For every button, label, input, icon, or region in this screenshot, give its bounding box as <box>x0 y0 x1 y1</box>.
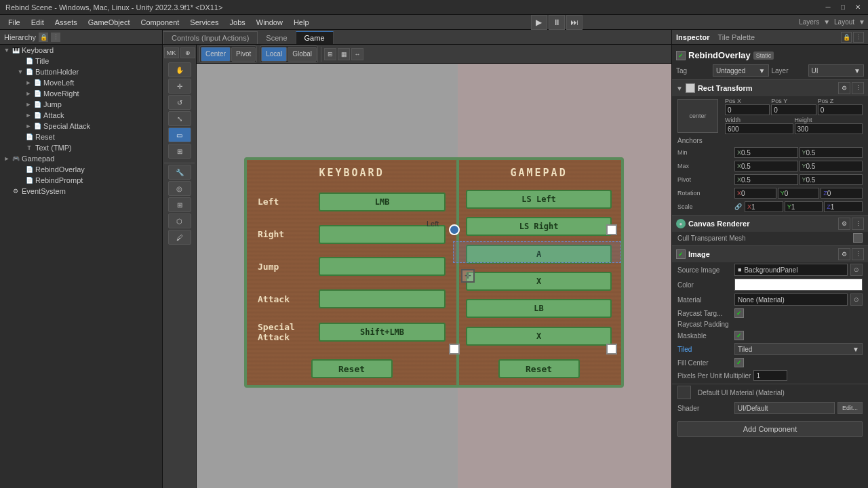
center-btn[interactable]: Center <box>201 47 231 62</box>
menu-gameobject[interactable]: GameObject <box>83 17 136 28</box>
handle-tr[interactable] <box>606 224 617 235</box>
h-item-rebindprompt[interactable]: 📄 RebindPrompt <box>0 175 162 186</box>
tool-rect[interactable]: ▭ <box>168 127 191 142</box>
raycast-checkbox[interactable]: ✓ <box>734 308 744 318</box>
step-button[interactable]: ⏭ <box>566 15 583 30</box>
img-settings-btn[interactable]: ⚙ <box>838 248 850 260</box>
rt-menu-btn[interactable]: ⋮ <box>852 82 864 94</box>
tool-scale[interactable]: ⤡ <box>168 111 191 126</box>
play-button[interactable]: ▶ <box>531 15 547 30</box>
tool-extra1[interactable]: ⬡ <box>168 214 191 228</box>
binding-attack[interactable] <box>319 289 446 308</box>
img-menu-btn[interactable]: ⋮ <box>852 248 864 260</box>
h-item-moveright[interactable]: ► 📄 MoveRight <box>0 88 162 99</box>
canvas-renderer-header[interactable]: ● Canvas Renderer ⚙ ⋮ <box>672 216 868 232</box>
tool-extra2[interactable]: 🖊 <box>168 230 191 245</box>
shader-edit-btn[interactable]: Edit... <box>837 402 863 414</box>
local-btn[interactable]: Local <box>261 47 287 62</box>
layout-dropdown[interactable]: ▼ <box>823 18 830 26</box>
inspector-menu-btn[interactable]: ⋮ <box>853 32 864 43</box>
tool-move[interactable]: ✛ <box>168 79 191 94</box>
h-item-gamepad[interactable]: ► 🎮 Gamepad <box>0 153 162 164</box>
shader-dropdown[interactable]: UI/Default <box>734 402 835 414</box>
hierarchy-lock-btn[interactable]: 🔒 <box>39 33 48 42</box>
gp-btn-x2[interactable]: X <box>466 327 612 346</box>
h-item-attack[interactable]: ► 📄 Attack <box>0 110 162 121</box>
h-item-keyboard[interactable]: ▼ 🎹 Keyboard <box>0 45 162 56</box>
tab-scene[interactable]: Scene <box>258 32 295 44</box>
source-image-val[interactable]: ■ BackgroundPanel <box>734 264 848 276</box>
tool-transform[interactable]: ⊞ <box>168 144 191 159</box>
tab-controls[interactable]: Controls (Input Actions) <box>163 31 258 44</box>
h-item-reset[interactable]: 📄 Reset <box>0 131 162 142</box>
close-btn[interactable]: ✕ <box>853 3 863 12</box>
inspector-lock-btn[interactable]: 🔒 <box>841 32 852 43</box>
h-item-jump[interactable]: ► 📄 Jump <box>0 99 162 110</box>
layout-dropdown2[interactable]: ▼ <box>859 18 865 26</box>
h-item-buttonholder[interactable]: ▼ 📄 ButtonHolder <box>0 66 162 77</box>
tile-palette-tab[interactable]: Tile Palette <box>718 33 755 41</box>
minimize-btn[interactable]: ─ <box>823 3 833 12</box>
gp-btn-lsright[interactable]: LS Right <box>466 217 612 236</box>
handle-tl[interactable] <box>449 224 460 235</box>
tag-dropdown[interactable]: Untagged ▼ <box>713 64 769 77</box>
gp-reset-btn[interactable]: Reset <box>498 359 580 378</box>
binding-jump[interactable] <box>319 257 446 276</box>
global-btn[interactable]: Global <box>288 47 317 62</box>
posx-value[interactable]: 0 <box>725 104 770 115</box>
menu-edit[interactable]: Edit <box>26 17 50 28</box>
menu-assets[interactable]: Assets <box>50 17 83 28</box>
height-value[interactable]: 300 <box>795 123 863 134</box>
h-item-rebindoverlay[interactable]: 📄 RebindOverlay <box>0 164 162 175</box>
h-item-texttmp[interactable]: T Text (TMP) <box>0 142 162 153</box>
hierarchy-menu-btn[interactable]: ⋮ <box>51 33 60 42</box>
source-image-pick-btn[interactable]: ⊙ <box>850 264 863 276</box>
h-item-eventsystem[interactable]: ⚙ EventSystem <box>0 186 162 197</box>
tab-game[interactable]: Game <box>296 31 334 44</box>
inspector-tab-active[interactable]: Inspector <box>676 33 710 41</box>
color-swatch[interactable] <box>734 279 863 291</box>
menu-file[interactable]: File <box>3 17 26 28</box>
menu-window[interactable]: Window <box>251 17 288 28</box>
maximize-btn[interactable]: □ <box>838 3 848 12</box>
tool-grid[interactable]: ⊞ <box>168 197 191 212</box>
posz-value[interactable]: 0 <box>818 104 863 115</box>
tool-rotate[interactable]: ↺ <box>168 95 191 110</box>
pivot-btn[interactable]: Pivot <box>231 47 256 62</box>
rect-transform-header[interactable]: ▼ ⊞ Rect Transform ⚙ ⋮ <box>672 80 868 96</box>
tool-gizmo[interactable]: ◎ <box>168 181 191 196</box>
cr-settings-btn[interactable]: ⚙ <box>838 218 850 230</box>
snap-btn2[interactable]: ▦ <box>338 48 350 60</box>
mk-btn[interactable]: MK <box>164 47 179 58</box>
image-checkbox[interactable]: ✓ <box>676 249 686 259</box>
gp-btn-lb[interactable]: LB <box>466 299 612 318</box>
kb-reset-btn[interactable]: Reset <box>311 359 393 378</box>
cull-checkbox[interactable] <box>853 233 863 243</box>
h-item-title[interactable]: 📄 Title <box>0 56 162 66</box>
handle-br[interactable] <box>606 344 617 354</box>
menu-services[interactable]: Services <box>184 17 224 28</box>
ppu-value[interactable]: 1 <box>753 370 787 381</box>
material-val[interactable]: None (Material) <box>734 293 848 306</box>
anchor-widget[interactable]: center <box>677 99 718 133</box>
maskable-checkbox[interactable]: ✓ <box>734 331 744 340</box>
snap-btn[interactable]: ⊞ <box>324 48 336 60</box>
image-header[interactable]: ✓ Image ⚙ ⋮ <box>672 246 868 262</box>
gp-btn-lsleft[interactable]: LS Left <box>466 190 612 209</box>
menu-component[interactable]: Component <box>135 17 184 28</box>
handle-bl[interactable] <box>449 344 460 354</box>
h-item-moveleft[interactable]: ► 📄 MoveLeft <box>0 77 162 88</box>
binding-special[interactable]: Shift+LMB <box>319 323 446 342</box>
layer-dropdown[interactable]: UI ▼ <box>808 64 865 77</box>
h-item-special[interactable]: ► 📄 Special Attack <box>0 121 162 131</box>
rt-settings-btn[interactable]: ⚙ <box>838 82 850 94</box>
tool-hand[interactable]: ✋ <box>168 62 191 77</box>
active-checkbox[interactable]: ✓ <box>676 51 686 60</box>
binding-left[interactable]: LMB <box>319 192 446 211</box>
pause-button[interactable]: ⏸ <box>549 15 565 30</box>
menu-help[interactable]: Help <box>288 17 315 28</box>
add-component-btn[interactable]: Add Component <box>677 421 863 437</box>
tool-custom[interactable]: 🔧 <box>168 165 191 180</box>
material-pick-btn[interactable]: ⊙ <box>850 293 863 306</box>
cr-menu-btn[interactable]: ⋮ <box>852 218 864 230</box>
